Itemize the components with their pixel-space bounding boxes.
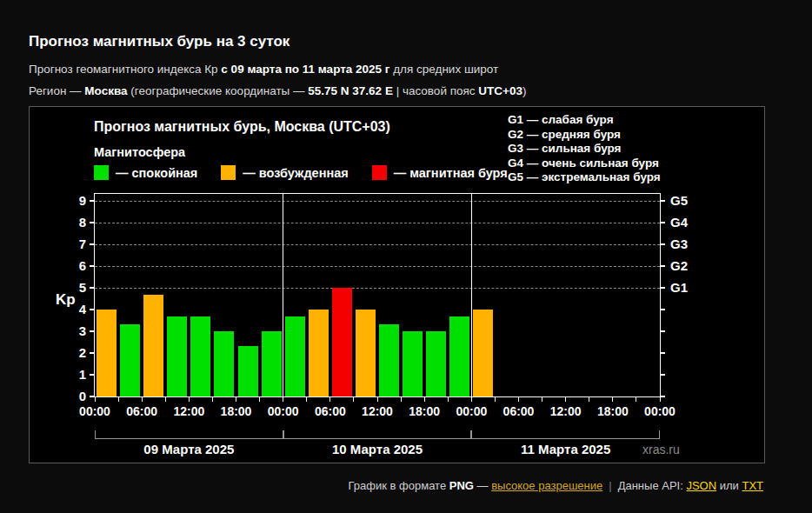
kp-bar <box>403 331 423 396</box>
x-tick-mark <box>518 397 519 402</box>
region-line: Регион — Москва (географические координа… <box>29 84 526 97</box>
date-label: 11 Марта 2025 <box>471 442 660 456</box>
timezone-prefix: | часовой пояс <box>393 84 478 97</box>
y-tick-mark <box>90 200 95 202</box>
x-tick-mark <box>118 397 119 402</box>
time-label: 00:00 <box>445 404 497 418</box>
g-legend-line: G3 — сильная буря <box>508 142 661 157</box>
legend-item: — спокойная <box>94 165 197 180</box>
x-tick-mark <box>329 397 330 402</box>
legend-label: — спокойная <box>116 166 197 180</box>
legend-label: — возбужденная <box>243 166 348 180</box>
x-tick-mark <box>142 397 143 402</box>
x-tick-mark <box>589 397 589 402</box>
g-level-label: G5 <box>670 192 688 210</box>
timezone-value: UTC+03 <box>478 84 522 97</box>
time-label: 06:00 <box>493 404 545 418</box>
y-tick-mark <box>90 309 95 310</box>
y-tick-label: 2 <box>58 344 86 362</box>
footer-dash: — <box>474 479 491 492</box>
forecast-subtitle: Прогноз геомагнитного индекса Кр с 09 ма… <box>29 63 498 76</box>
g-level-label: G1 <box>670 279 688 296</box>
time-label: 12:00 <box>351 404 403 418</box>
subtitle-suffix: для средних широт <box>389 63 498 76</box>
kp-bar <box>97 310 116 396</box>
y-tick-mark <box>90 287 95 289</box>
g-level-label: G4 <box>670 214 688 231</box>
y-tick-label: 8 <box>58 214 86 231</box>
y-tick-mark <box>660 222 665 223</box>
subtitle-prefix: Прогноз геомагнитного индекса Кр <box>29 63 221 76</box>
day-bracket <box>471 430 660 439</box>
x-tick-mark <box>236 397 236 402</box>
json-link[interactable]: JSON <box>686 479 716 492</box>
page-title: Прогноз магнитных бурь на 3 суток <box>29 33 290 50</box>
region-suffix: ) <box>522 84 527 97</box>
gridline <box>95 244 660 245</box>
gridline <box>95 266 660 267</box>
x-tick-mark <box>612 397 613 402</box>
x-tick-mark <box>542 397 542 402</box>
coords-value: 55.75 N 37.62 E <box>308 84 393 97</box>
gridline <box>95 223 660 223</box>
gridline <box>95 288 660 289</box>
legend-item: — магнитная буря <box>372 165 508 180</box>
y-tick-mark <box>660 287 665 289</box>
y-tick-mark <box>660 309 665 310</box>
y-tick-label: 4 <box>58 301 86 318</box>
region-prefix: Регион — <box>29 84 84 97</box>
footer-format-name: PNG <box>449 479 474 492</box>
kp-bar <box>214 331 234 396</box>
y-tick-label: 6 <box>58 257 86 275</box>
x-tick-mark <box>636 397 636 402</box>
kp-bar <box>379 324 399 396</box>
y-tick-mark <box>660 330 665 332</box>
plot-area: Kp xras.ru 0123456789G5G4G3G2G100:0006:0… <box>94 193 661 397</box>
region-name: Москва <box>84 84 127 97</box>
y-tick-mark <box>660 265 665 267</box>
x-tick-mark <box>259 397 260 402</box>
y-tick-label: 3 <box>58 323 86 340</box>
time-label: 12:00 <box>540 404 592 418</box>
time-label: 18:00 <box>398 404 450 418</box>
kp-bar <box>356 310 376 396</box>
kp-bar <box>285 316 305 396</box>
g-legend-line: G5 — экстремальная буря <box>508 170 661 185</box>
txt-link[interactable]: TXT <box>742 479 763 492</box>
day-divider-line <box>283 194 283 396</box>
time-label: 06:00 <box>304 404 356 418</box>
x-tick-mark <box>189 397 190 402</box>
time-label: 18:00 <box>587 404 639 418</box>
y-tick-mark <box>90 265 95 267</box>
x-tick-mark <box>401 397 402 402</box>
y-tick-label: 0 <box>58 388 86 405</box>
date-label: 10 Марта 2025 <box>283 442 472 456</box>
footer-or-text: или <box>716 479 742 492</box>
x-tick-mark <box>495 397 496 402</box>
magnetosphere-label: Магнитосфера <box>94 145 185 159</box>
x-tick-mark <box>165 397 166 402</box>
x-tick-mark <box>565 397 566 402</box>
kp-bar <box>309 310 329 396</box>
green-square-icon <box>94 165 109 180</box>
time-label: 06:00 <box>116 404 168 418</box>
time-label: 00:00 <box>634 404 686 418</box>
x-tick-mark <box>353 397 354 402</box>
y-tick-label: 7 <box>58 236 86 253</box>
time-label: 00:00 <box>257 404 309 418</box>
y-tick-label: 9 <box>58 192 86 210</box>
hires-link[interactable]: высокое разрешение <box>491 479 602 492</box>
x-tick-mark <box>283 397 283 402</box>
orange-square-icon <box>221 165 236 180</box>
kp-bar <box>238 346 258 396</box>
footer: График в формате PNG — высокое разрешени… <box>29 479 763 492</box>
y-tick-mark <box>90 330 95 332</box>
date-label: 09 Марта 2025 <box>95 442 283 456</box>
y-tick-mark <box>660 352 665 354</box>
time-label: 18:00 <box>210 404 263 418</box>
footer-api-text: Данные API: <box>618 479 687 492</box>
kp-bar <box>120 324 140 396</box>
legend-item: — возбужденная <box>221 165 348 180</box>
chart-title: Прогноз магнитных бурь, Москва (UTC+03) <box>94 119 390 135</box>
g-legend-line: G2 — средняя буря <box>508 128 661 143</box>
